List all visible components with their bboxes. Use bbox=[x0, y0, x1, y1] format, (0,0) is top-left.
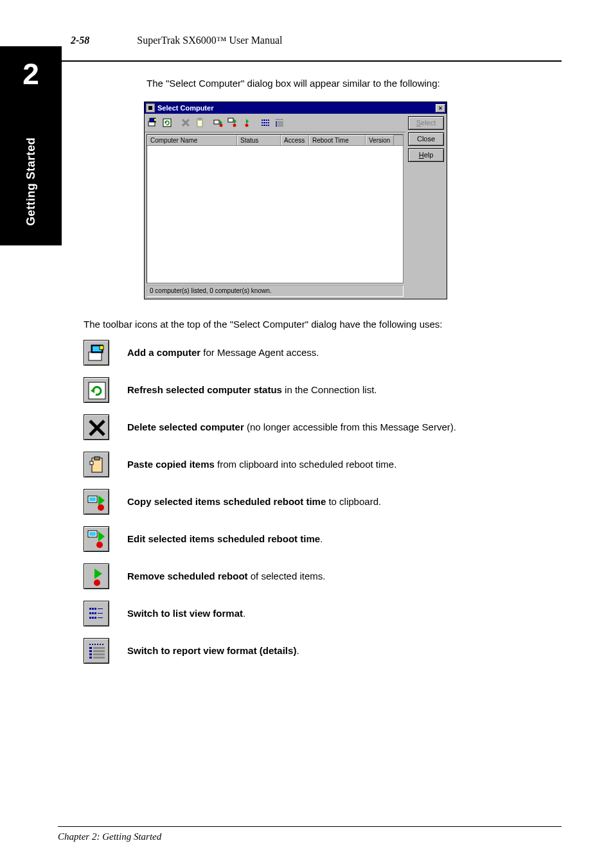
icon-list: Add a computer for Message Agent access.… bbox=[84, 340, 562, 664]
svg-rect-45 bbox=[94, 457, 100, 460]
page-number: 2-58 bbox=[71, 35, 89, 46]
dialog-toolbar bbox=[145, 114, 405, 132]
list-item: Switch to list view format. bbox=[84, 601, 562, 626]
list-item: Copy selected items scheduled reboot tim… bbox=[84, 489, 562, 515]
list-item: Add a computer for Message Agent access. bbox=[84, 340, 562, 366]
system-menu-icon[interactable] bbox=[146, 103, 155, 112]
svg-rect-32 bbox=[276, 123, 277, 125]
status-bar: 0 computer(s) listed, 0 computer(s) know… bbox=[147, 285, 404, 297]
svg-rect-48 bbox=[89, 497, 96, 501]
svg-marker-49 bbox=[98, 495, 105, 506]
col-reboot-time[interactable]: Reboot Time bbox=[309, 135, 366, 145]
svg-rect-23 bbox=[266, 120, 267, 121]
list-item: Edit selected items scheduled reboot tim… bbox=[84, 526, 562, 552]
svg-rect-61 bbox=[92, 612, 94, 614]
svg-rect-22 bbox=[263, 125, 265, 126]
svg-rect-30 bbox=[276, 121, 277, 123]
svg-rect-70 bbox=[89, 647, 92, 649]
svg-rect-59 bbox=[94, 608, 96, 610]
col-access[interactable]: Access bbox=[281, 135, 309, 145]
svg-rect-26 bbox=[268, 122, 269, 123]
details-view-icon[interactable] bbox=[273, 116, 286, 129]
svg-rect-24 bbox=[268, 120, 269, 121]
select-button: Select bbox=[408, 116, 444, 130]
list-view-icon[interactable] bbox=[259, 116, 272, 129]
svg-rect-68 bbox=[98, 617, 103, 618]
list-header: Computer Name Status Access Reboot Time … bbox=[147, 135, 403, 146]
list-item: Delete selected computer (no longer acce… bbox=[84, 414, 562, 440]
icon-label: Switch to report view format (details) bbox=[127, 645, 296, 656]
col-status[interactable]: Status bbox=[237, 135, 281, 145]
svg-rect-63 bbox=[89, 617, 91, 619]
svg-point-11 bbox=[220, 124, 223, 127]
chapter-label: Getting Started bbox=[24, 137, 38, 226]
list-view-icon bbox=[84, 601, 109, 626]
paste-icon bbox=[84, 452, 109, 477]
footer-text: Chapter 2: Getting Started bbox=[58, 831, 161, 842]
icon-label: Copy selected items scheduled reboot tim… bbox=[127, 496, 326, 507]
svg-rect-60 bbox=[89, 612, 91, 614]
intro-text: The "Select Computer" dialog box will ap… bbox=[147, 77, 562, 90]
svg-rect-57 bbox=[89, 608, 91, 610]
svg-rect-2 bbox=[154, 119, 156, 121]
remove-reboot-icon bbox=[84, 563, 109, 589]
col-version[interactable]: Version bbox=[366, 135, 394, 145]
delete-icon bbox=[84, 414, 109, 440]
paste-icon[interactable] bbox=[193, 116, 206, 129]
remove-reboot-icon[interactable] bbox=[240, 116, 253, 129]
svg-rect-21 bbox=[262, 125, 263, 126]
svg-rect-73 bbox=[93, 650, 105, 652]
refresh-icon[interactable] bbox=[161, 116, 173, 129]
svg-rect-71 bbox=[93, 647, 105, 649]
list-item: Paste copied items from clipboard into s… bbox=[84, 452, 562, 477]
help-button[interactable]: Help bbox=[408, 148, 444, 162]
svg-rect-25 bbox=[266, 122, 267, 123]
icon-label: Remove scheduled reboot bbox=[127, 571, 248, 581]
close-icon[interactable]: × bbox=[436, 104, 445, 112]
svg-rect-8 bbox=[199, 118, 201, 120]
svg-rect-67 bbox=[98, 613, 103, 614]
svg-marker-13 bbox=[234, 119, 236, 124]
list-item: Switch to report view format (details). bbox=[84, 638, 562, 664]
svg-marker-55 bbox=[94, 569, 102, 579]
copy-reboot-icon[interactable] bbox=[212, 116, 225, 129]
svg-rect-17 bbox=[262, 120, 263, 121]
svg-point-14 bbox=[233, 124, 236, 127]
svg-rect-9 bbox=[214, 120, 219, 124]
edit-reboot-icon[interactable] bbox=[226, 116, 239, 129]
icon-label: Edit selected items scheduled reboot tim… bbox=[127, 533, 320, 544]
add-computer-icon[interactable] bbox=[147, 116, 159, 129]
details-view-icon bbox=[84, 638, 109, 664]
delete-icon[interactable] bbox=[179, 116, 192, 129]
chapter-number: 2 bbox=[0, 57, 62, 91]
svg-point-56 bbox=[94, 580, 100, 586]
svg-rect-58 bbox=[92, 608, 94, 610]
refresh-icon bbox=[84, 377, 109, 403]
icons-intro: The toolbar icons at the top of the "Sel… bbox=[84, 319, 562, 330]
list-item: Refresh selected computer status in the … bbox=[84, 377, 562, 403]
svg-marker-53 bbox=[98, 531, 105, 542]
svg-rect-52 bbox=[89, 532, 96, 536]
svg-rect-28 bbox=[268, 125, 269, 126]
header-rule bbox=[62, 60, 562, 62]
svg-point-16 bbox=[245, 124, 249, 127]
icon-label: Add a computer bbox=[127, 347, 200, 358]
dialog-titlebar: Select Computer × bbox=[145, 102, 447, 114]
copy-reboot-icon bbox=[84, 489, 109, 515]
svg-rect-19 bbox=[262, 122, 263, 123]
icon-label: Switch to list view format bbox=[127, 608, 243, 619]
svg-rect-46 bbox=[90, 461, 93, 465]
computer-list[interactable]: Computer Name Status Access Reboot Time … bbox=[147, 134, 404, 283]
add-computer-icon bbox=[84, 340, 109, 366]
chapter-tab: 2 Getting Started bbox=[0, 46, 62, 245]
svg-rect-18 bbox=[263, 120, 265, 121]
svg-rect-27 bbox=[266, 125, 267, 126]
page-header: 2-58 SuperTrak SX6000™ User Manual bbox=[71, 35, 283, 46]
select-computer-dialog: Select Computer × bbox=[144, 102, 447, 299]
close-button[interactable]: Close bbox=[408, 132, 444, 146]
svg-rect-77 bbox=[93, 657, 105, 659]
svg-rect-31 bbox=[278, 121, 283, 123]
svg-point-54 bbox=[96, 542, 103, 548]
col-computer-name[interactable]: Computer Name bbox=[147, 135, 237, 145]
list-rows bbox=[147, 146, 403, 283]
